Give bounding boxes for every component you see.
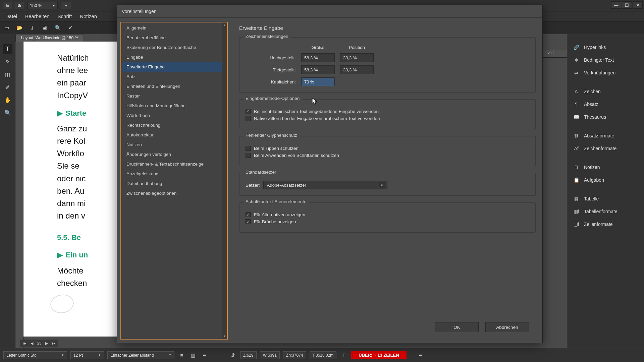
category-item[interactable]: Satz bbox=[122, 72, 226, 81]
checkbox-show-alternatives[interactable]: ✓ Für Alternativen anzeigen bbox=[246, 212, 529, 217]
group-legend: Standardsetzer bbox=[244, 170, 278, 175]
chevron-down-icon: ▼ bbox=[379, 182, 385, 188]
category-item[interactable]: Rechtschreibung bbox=[122, 120, 226, 130]
col-header-size: Größe bbox=[301, 45, 335, 50]
scrollbar[interactable]: ▲ ▼ bbox=[222, 22, 227, 339]
cancel-button[interactable]: Abbrechen bbox=[485, 322, 529, 332]
group-default-composer: Standardsetzer Setzer: Adobe-Absatzsetze… bbox=[239, 173, 536, 196]
checkbox-icon[interactable] bbox=[246, 153, 251, 158]
row-label-smallcaps: Kapitälchen: bbox=[246, 79, 296, 84]
preferences-content: Erweiterte Eingabe Zeicheneinstellungen … bbox=[231, 22, 539, 340]
category-item[interactable]: Allgemein bbox=[122, 23, 226, 33]
category-item[interactable]: Wörterbuch bbox=[122, 111, 226, 120]
category-item[interactable]: Eingabe bbox=[122, 52, 226, 62]
checkbox-label: Native Ziffern bei der Eingabe von arabi… bbox=[254, 116, 380, 121]
ok-button[interactable]: OK bbox=[435, 322, 479, 332]
group-legend: Zeicheneinstellungen bbox=[244, 34, 290, 39]
superscript-size-input[interactable]: 58,3 % bbox=[301, 53, 335, 62]
category-item[interactable]: Zwischenablageoptionen bbox=[122, 188, 226, 198]
checkbox-label: Für Brüche anzeigen bbox=[254, 219, 296, 224]
category-item[interactable]: Anzeigeleistung bbox=[122, 169, 226, 179]
checkbox-label: Bei nicht-lateinischem Text eingebundene… bbox=[254, 109, 379, 114]
row-label-subscript: Tiefgestellt: bbox=[246, 67, 296, 72]
checkbox-label: Für Alternativen anzeigen bbox=[254, 212, 305, 217]
category-item[interactable]: Raster bbox=[122, 91, 226, 101]
category-item[interactable]: Erweiterte Eingabe bbox=[122, 62, 226, 72]
group-legend: Eingabemethode-Optionen bbox=[244, 96, 302, 101]
checkbox-icon[interactable] bbox=[246, 146, 251, 151]
preferences-dialog: Voreinstellungen AllgemeinBenutzeroberfl… bbox=[117, 5, 543, 343]
checkbox-label: Beim Tippen schützen bbox=[254, 146, 299, 151]
dialog-body: AllgemeinBenutzeroberflächeSkalierung de… bbox=[117, 18, 542, 343]
category-item[interactable]: Skalierung der Benutzeroberfläche bbox=[122, 43, 226, 52]
group-ime-options: Eingabemethode-Optionen ✓ Bei nicht-late… bbox=[239, 99, 536, 129]
category-item[interactable]: Druckfahnen- & Textabschnittsanzeige bbox=[122, 159, 226, 169]
checkbox-label: Beim Anwenden von Schriftarten schützen bbox=[254, 153, 339, 158]
checkbox-protect-typing[interactable]: Beim Tippen schützen bbox=[246, 146, 529, 151]
subscript-position-input[interactable]: 33,3 % bbox=[340, 65, 374, 74]
checkbox-protect-fonts[interactable]: Beim Anwenden von Schriftarten schützen bbox=[246, 153, 529, 158]
dialog-backdrop: Voreinstellungen AllgemeinBenutzeroberfl… bbox=[0, 0, 644, 362]
scroll-up-icon[interactable]: ▲ bbox=[222, 22, 227, 28]
category-item[interactable]: Benutzeroberfläche bbox=[122, 33, 226, 43]
col-header-position: Position bbox=[340, 45, 374, 50]
dialog-title: Voreinstellungen bbox=[117, 5, 542, 18]
content-heading: Erweiterte Eingabe bbox=[239, 25, 536, 31]
checkbox-icon[interactable]: ✓ bbox=[246, 219, 251, 224]
category-item[interactable]: Einheiten und Einteilungen bbox=[122, 81, 226, 91]
char-grid: Größe Position Hochgestellt: 58,3 % 33,3… bbox=[246, 45, 529, 86]
checkbox-icon[interactable]: ✓ bbox=[246, 212, 251, 217]
checkbox-icon[interactable] bbox=[246, 116, 251, 121]
checkbox-ime-inline[interactable]: ✓ Bei nicht-lateinischem Text eingebunde… bbox=[246, 109, 529, 114]
category-list[interactable]: AllgemeinBenutzeroberflächeSkalierung de… bbox=[120, 22, 228, 340]
subscript-size-input[interactable]: 58,3 % bbox=[301, 65, 335, 74]
category-item[interactable]: Autokorrektur bbox=[122, 130, 226, 140]
group-legend: Fehlender Glyphenschutz bbox=[244, 133, 299, 138]
category-item[interactable]: Hilfslinien und Montagefläche bbox=[122, 101, 226, 111]
group-glyph-protection: Fehlender Glyphenschutz Beim Tippen schü… bbox=[239, 136, 536, 166]
composer-label: Setzer: bbox=[246, 183, 260, 188]
checkbox-native-digits[interactable]: Native Ziffern bei der Eingabe von arabi… bbox=[246, 116, 529, 121]
group-character-settings: Zeicheneinstellungen Größe Position Hoch… bbox=[239, 37, 536, 93]
group-font-context: Schriftkontext-Steuerelemente ✓ Für Alte… bbox=[239, 202, 536, 233]
scroll-down-icon[interactable]: ▼ bbox=[222, 334, 227, 339]
category-item[interactable]: Notizen bbox=[122, 140, 226, 149]
group-legend: Schriftkontext-Steuerelemente bbox=[244, 199, 309, 204]
dropdown-value: Adobe-Absatzsetzer bbox=[267, 183, 306, 188]
category-item[interactable]: Änderungen verfolgen bbox=[122, 149, 226, 159]
checkbox-icon[interactable]: ✓ bbox=[246, 109, 251, 114]
superscript-position-input[interactable]: 33,3 % bbox=[340, 53, 374, 62]
checkbox-show-fractions[interactable]: ✓ Für Brüche anzeigen bbox=[246, 219, 529, 224]
smallcaps-size-input[interactable]: 70 % bbox=[301, 77, 335, 86]
composer-dropdown[interactable]: Adobe-Absatzsetzer ▼ bbox=[263, 181, 387, 189]
row-label-superscript: Hochgestellt: bbox=[246, 55, 296, 60]
dialog-footer: OK Abbrechen bbox=[435, 322, 529, 332]
category-item[interactable]: Dateihandhabung bbox=[122, 179, 226, 188]
